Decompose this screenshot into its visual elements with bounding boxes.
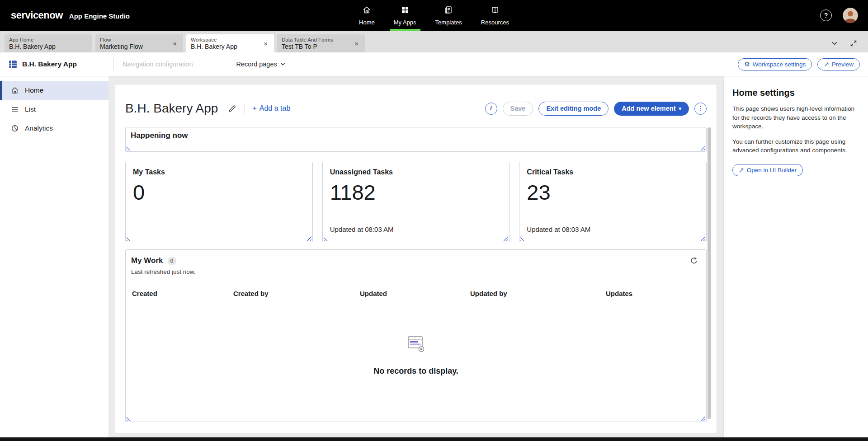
chevron-down-icon[interactable] [831, 40, 838, 47]
last-refreshed-text: Last refreshed just now. [131, 268, 701, 275]
navigation-configuration-link: Navigation configuration [123, 61, 193, 68]
no-records-message: No records to display. [373, 366, 458, 376]
more-options-icon[interactable]: ⋮ [694, 103, 707, 115]
tab-text: Data Table And Forms Test TB To P [282, 37, 350, 50]
info-glyph: i [490, 105, 492, 112]
canvas-scrollbar[interactable] [708, 127, 711, 419]
content-area: Home List Analytics B.H. Bakery App [0, 76, 868, 437]
tab-type: Workspace [191, 37, 259, 42]
open-new-icon: ↗ [824, 61, 829, 67]
nav-item-home[interactable]: Home [353, 0, 381, 31]
divider [245, 103, 245, 113]
my-work-panel[interactable]: My Work 0 Last refreshed just now. Creat… [125, 249, 707, 422]
sidebar-item-label: List [25, 105, 36, 113]
close-icon[interactable]: × [171, 39, 179, 48]
tab-flow-marketing-flow[interactable]: Flow Marketing Flow × [95, 34, 183, 52]
card-updated [133, 228, 305, 236]
resize-handle[interactable] [700, 415, 705, 421]
card-critical-tasks[interactable]: Critical Tasks 23 Updated at 08:03 AM [519, 162, 707, 242]
help-icon[interactable]: ? [820, 9, 832, 21]
resize-handle[interactable] [700, 145, 705, 150]
canvas-header: B.H. Bakery App + Add a tab i Save Exit … [125, 84, 707, 119]
workspace-header-left: B.H. Bakery App Navigation configuration… [8, 58, 285, 70]
tab-text: Flow Marketing Flow [100, 37, 168, 50]
home-settings-panel: Home settings This page shows users high… [723, 76, 868, 437]
sidebar-item-label: Home [25, 86, 43, 94]
workspace-settings-label: Workspace settings [753, 61, 806, 68]
workspace-app-name: B.H. Bakery App [22, 60, 77, 68]
resize-handle[interactable] [127, 235, 132, 241]
resize-handle[interactable] [306, 235, 311, 241]
add-a-tab-link[interactable]: + Add a tab [252, 104, 290, 113]
resize-handle[interactable] [700, 235, 705, 241]
brand: servicenow App Engine Studio [0, 9, 130, 21]
column-header-updated: Updated [360, 290, 470, 297]
card-updated: Updated at 08:03 AM [527, 225, 699, 236]
add-a-tab-label: Add a tab [259, 104, 291, 113]
resize-handle[interactable] [503, 235, 508, 241]
tab-text: App Home B.H. Bakery App [9, 37, 88, 50]
tab-bar-actions [831, 34, 860, 52]
tab-workspace-bakery-app[interactable]: Workspace B.H. Bakery App × [186, 34, 274, 52]
nav-item-label: Resources [481, 19, 509, 26]
card-unassigned-tasks[interactable]: Unassigned Tasks 1182 Updated at 08:03 A… [322, 162, 510, 242]
column-header-updates: Updates [606, 290, 700, 297]
close-icon[interactable]: × [262, 39, 269, 48]
card-title: Critical Tasks [527, 168, 699, 176]
preview-label: Preview [832, 61, 854, 68]
resize-handle[interactable] [127, 145, 132, 150]
settings-description-1: This page shows users high-level informa… [732, 104, 859, 131]
save-button[interactable]: Save [503, 102, 533, 116]
tab-text: Workspace B.H. Bakery App [191, 37, 259, 50]
resize-handle[interactable] [127, 415, 132, 421]
exit-editing-mode-button[interactable]: Exit editing mode [538, 102, 609, 116]
sidebar-item-list[interactable]: List [0, 100, 108, 119]
product-name: App Engine Studio [69, 12, 130, 20]
nav-item-templates[interactable]: Templates [429, 0, 468, 31]
chevron-down-icon [280, 62, 285, 66]
divider [113, 58, 113, 70]
close-icon[interactable]: × [353, 39, 360, 48]
workspace-header: B.H. Bakery App Navigation configuration… [0, 52, 868, 76]
tab-app-home[interactable]: App Home B.H. Bakery App [5, 34, 92, 52]
window-bottom-edge [0, 437, 868, 441]
edit-title-button[interactable] [228, 104, 236, 113]
preview-button[interactable]: ↗ Preview [817, 58, 860, 70]
record-pages-dropdown[interactable]: Record pages [236, 61, 285, 68]
book-icon [491, 5, 500, 16]
tab-title: Marketing Flow [100, 43, 168, 50]
tab-title: Test TB To P [282, 43, 350, 50]
caret-down-icon: ▾ [679, 106, 681, 112]
info-icon[interactable]: i [485, 103, 497, 115]
card-value: 23 [527, 181, 699, 204]
count-badge: 0 [168, 257, 176, 265]
nav-item-label: Home [359, 19, 375, 26]
tab-data-table-and-forms[interactable]: Data Table And Forms Test TB To P × [277, 34, 365, 52]
resize-handle[interactable] [324, 235, 329, 241]
workspace-canvas: B.H. Bakery App + Add a tab i Save Exit … [115, 84, 717, 433]
nav-item-my-apps[interactable]: My Apps [387, 0, 423, 31]
expand-icon[interactable] [850, 40, 857, 47]
card-value: 0 [133, 181, 305, 204]
card-my-tasks[interactable]: My Tasks 0 [125, 162, 313, 242]
sidebar-item-home[interactable]: Home [0, 81, 108, 100]
tab-type: Data Table And Forms [282, 37, 350, 42]
refresh-icon[interactable] [690, 257, 698, 265]
happening-now-panel[interactable]: Happening now [125, 127, 707, 152]
user-avatar[interactable] [843, 8, 858, 23]
workspace-settings-button[interactable]: ⚙ Workspace settings [738, 58, 812, 70]
nav-item-resources[interactable]: Resources [475, 0, 515, 31]
resize-handle[interactable] [520, 235, 526, 241]
card-title: My Tasks [133, 168, 305, 176]
open-in-ui-builder-button[interactable]: ↗ Open in UI Builder [732, 164, 803, 176]
open-new-icon: ↗ [739, 167, 744, 173]
sidebar-item-analytics[interactable]: Analytics [0, 119, 108, 138]
list-icon [11, 105, 19, 113]
editor-tab-bar: App Home B.H. Bakery App Flow Marketing … [0, 31, 868, 52]
grid-icon [401, 5, 410, 16]
tab-title: B.H. Bakery App [191, 43, 259, 50]
add-new-element-button[interactable]: Add new element ▾ [614, 102, 689, 116]
save-label: Save [510, 105, 526, 112]
tab-type: App Home [9, 37, 88, 42]
editor-main: B.H. Bakery App + Add a tab i Save Exit … [108, 76, 723, 437]
